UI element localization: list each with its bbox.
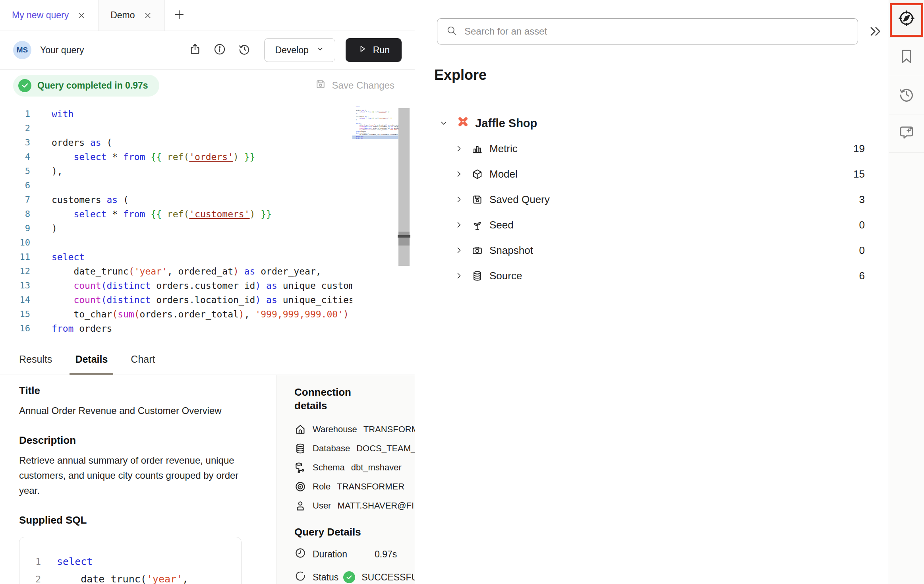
chevron-down-icon[interactable] [439, 118, 448, 128]
chevron-right-icon[interactable] [454, 144, 464, 153]
line-number: 13 [0, 278, 30, 293]
check-circle-icon [18, 79, 31, 92]
line-number: 4 [0, 150, 30, 164]
close-tab-icon[interactable] [77, 11, 86, 20]
scrollbar-thumb[interactable] [398, 232, 410, 246]
connection-user: UserMATT.SHAVER@FI [294, 500, 415, 512]
code-text: date_trunc('year', ordered_at) as order_… [52, 264, 321, 278]
line-number: 16 [0, 321, 30, 336]
result-tab-details[interactable]: Details [75, 344, 108, 375]
tree-item-snapshot[interactable]: Snapshot0 [415, 238, 889, 263]
tab-label: Demo [110, 10, 135, 21]
close-tab-icon[interactable] [143, 11, 153, 20]
explore-pane: Explore Jaffle ShopMetric19Model15Saved … [415, 0, 889, 584]
metric-icon [472, 143, 483, 155]
sql-editor[interactable]: 1with23orders as (4 select * from {{ ref… [0, 101, 415, 344]
code-line: 4 select * from {{ ref('orders') }} [0, 150, 352, 164]
connection-schema: Schemadbt_mshaver [294, 462, 415, 474]
code-line: 11select [0, 250, 352, 264]
chevron-right-icon[interactable] [454, 195, 464, 204]
connection-label: Role [313, 482, 331, 492]
connection-warehouse: WarehouseTRANSFORMING [294, 423, 415, 435]
tree-item-saved-query[interactable]: Saved Query3 [415, 187, 889, 212]
collapse-panel-button[interactable] [868, 24, 883, 41]
code-line: 5), [0, 164, 352, 178]
rail-button-ai-assistant[interactable] [889, 114, 924, 153]
app-root: My new queryDemo MS Your query Develop R… [0, 0, 924, 584]
history-button[interactable] [236, 42, 252, 58]
database-icon [294, 443, 306, 454]
code-text: select * from {{ ref('customers') }} [356, 118, 392, 119]
tree-item-source[interactable]: Source6 [415, 263, 889, 288]
asset-search-box[interactable] [437, 18, 858, 44]
connection-value: MATT.SHAVER@FI [337, 501, 414, 511]
result-tab-results[interactable]: Results [19, 344, 52, 375]
connection-label: User [313, 501, 331, 511]
chevron-right-icon[interactable] [454, 169, 464, 179]
line-number: 3 [0, 135, 30, 150]
connection-value: DOCS_TEAM_ [356, 443, 415, 454]
chevron-right-icon[interactable] [454, 220, 464, 230]
code-line: 2 [0, 121, 352, 135]
connection-role: RoleTRANSFORMER [294, 481, 415, 493]
line-number: 9 [0, 221, 30, 236]
tab-my-new-query[interactable]: My new query [0, 0, 99, 31]
supplied-sql-code: 1select2 date_trunc('year', ordered_at) … [19, 537, 242, 584]
save-changes-button[interactable]: Save Changes [315, 79, 394, 92]
compass-icon [898, 10, 915, 28]
search-input[interactable] [464, 26, 849, 37]
code-line: 1with [0, 107, 352, 121]
model-icon [472, 168, 483, 180]
tree-item-seed[interactable]: Seed0 [415, 212, 889, 238]
query-title: Your query [40, 45, 84, 56]
query-toolbar: MS Your query Develop Run [0, 31, 415, 70]
tree-item-metric[interactable]: Metric19 [415, 136, 889, 161]
title-value: Annual Order Revenue and Customer Overvi… [19, 403, 256, 418]
code-text: orders as ( [52, 135, 112, 150]
warehouse-icon [294, 423, 306, 435]
source-icon [472, 270, 483, 282]
tab-label: My new query [12, 10, 69, 21]
status-check-icon [343, 571, 355, 583]
code-line: 7customers as ( [0, 193, 352, 207]
new-tab-button[interactable] [165, 0, 193, 31]
connection-value: dbt_mshaver [351, 462, 402, 473]
supplied-sql-heading: Supplied SQL [19, 514, 256, 526]
tree-item-label: Source [489, 270, 522, 282]
duration-row: Duration 0.97s [294, 547, 415, 561]
code-line: 8 select * from {{ ref('customers') }} [0, 207, 352, 221]
editor-code[interactable]: 1with23orders as (4 select * from {{ ref… [0, 107, 352, 344]
tree-item-jaffle-shop[interactable]: Jaffle Shop [415, 110, 889, 136]
rail-button-bookmarks[interactable] [889, 38, 924, 76]
develop-dropdown[interactable]: Develop [264, 38, 335, 62]
tree-item-model[interactable]: Model15 [415, 161, 889, 187]
info-button[interactable] [212, 42, 228, 58]
minimap-line: order by [352, 137, 398, 139]
connection-items: WarehouseTRANSFORMINGDatabaseDOCS_TEAM_S… [294, 423, 415, 512]
code-text: count(distinct orders.customer_id) as un… [52, 278, 352, 293]
code-line: 13 count(distinct orders.customer_id) as… [0, 278, 352, 293]
minimap-content: withorders as ( select * from {{ ref('or… [352, 106, 398, 139]
editor-scrollbar[interactable] [398, 108, 410, 266]
code-text: select * from {{ ref('orders') }} [356, 111, 390, 112]
code-line: 12 date_trunc('year', ordered_at) as ord… [0, 264, 352, 278]
code-line: 15 to_char(sum(orders.order_total), '999… [0, 307, 352, 321]
chevron-right-icon[interactable] [454, 246, 464, 255]
line-number: 11 [0, 250, 30, 264]
bookmark-icon [898, 48, 915, 66]
rail-button-history[interactable] [889, 76, 924, 114]
status-value: SUCCESSFUL [361, 572, 415, 583]
tab-demo[interactable]: Demo [99, 0, 164, 31]
info-icon [213, 43, 226, 57]
duration-label: Duration [313, 549, 368, 560]
code-text: ), [356, 112, 358, 114]
editor-minimap[interactable]: withorders as ( select * from {{ ref('or… [352, 106, 398, 273]
chevron-right-icon[interactable] [454, 271, 464, 280]
result-tab-chart[interactable]: Chart [131, 344, 155, 375]
rail-button-explore[interactable] [889, 0, 924, 38]
run-label: Run [373, 45, 390, 56]
share-button[interactable] [187, 42, 203, 58]
clock-icon [294, 547, 306, 561]
code-text: ) [52, 221, 57, 236]
run-button[interactable]: Run [346, 38, 402, 62]
